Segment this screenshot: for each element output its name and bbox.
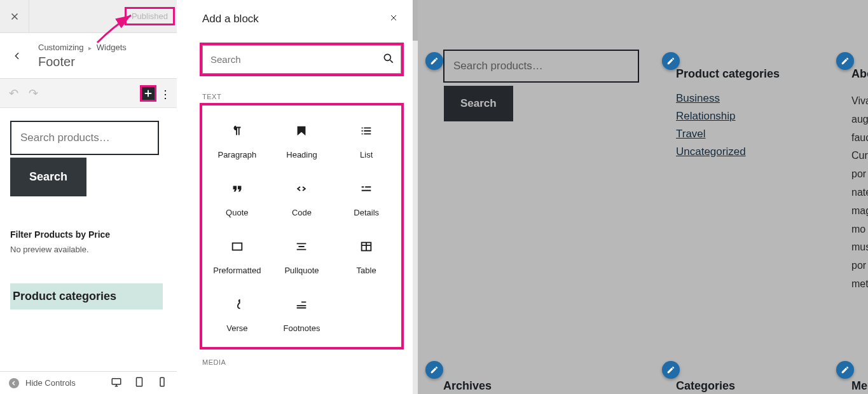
edit-widget-bubble[interactable]	[425, 361, 443, 379]
svg-rect-4	[232, 243, 242, 250]
svg-point-3	[384, 54, 390, 60]
block-panel-title: Add a block	[202, 13, 259, 25]
block-label: Details	[354, 208, 379, 217]
edit-widget-bubble[interactable]	[662, 52, 680, 70]
block-footnotes[interactable]: Footnotes	[270, 284, 334, 342]
preview-meta-title: Me	[851, 379, 867, 393]
category-link[interactable]: Business	[676, 92, 780, 105]
edit-widget-bubble[interactable]	[836, 361, 854, 379]
svg-rect-1	[137, 377, 142, 386]
about-text-line: por	[851, 257, 868, 275]
breadcrumb: Customizing ▸ Widgets Footer	[0, 33, 177, 79]
paragraph-icon	[230, 123, 245, 139]
breadcrumb-level-2: Widgets	[97, 43, 127, 52]
about-text-line: Cur	[851, 147, 868, 165]
preview-categories-row2-title: Categories	[676, 379, 735, 393]
product-categories-widget[interactable]: Product categories	[10, 283, 163, 309]
block-heading[interactable]: Heading	[270, 111, 334, 168]
preview-search-input[interactable]	[443, 50, 639, 83]
about-text-line: nate	[851, 184, 868, 202]
preview-archives-title: Archives	[443, 379, 492, 393]
products-search-button[interactable]: Search	[10, 158, 86, 196]
list-icon	[359, 123, 374, 139]
products-search-input[interactable]	[10, 121, 159, 155]
search-widget[interactable]: Search	[10, 121, 167, 196]
preview-about-title: Abo	[851, 67, 868, 81]
block-label: Heading	[286, 150, 317, 160]
block-label: Verse	[226, 323, 247, 333]
block-quote[interactable]: Quote	[205, 168, 270, 226]
more-options-button[interactable]: ⋯	[159, 89, 173, 98]
preview-categories-title: Product categories	[676, 67, 780, 81]
desktop-preview-button[interactable]	[111, 376, 122, 390]
tablet-preview-button[interactable]	[134, 376, 145, 390]
block-label: List	[360, 150, 373, 160]
block-label: Quote	[226, 208, 248, 217]
block-details[interactable]: Details	[334, 168, 399, 226]
filter-products-message: No preview available.	[10, 245, 167, 254]
heading-icon	[294, 123, 309, 139]
block-label: Footnotes	[284, 323, 320, 333]
publish-status-button[interactable]: Published	[125, 7, 175, 25]
close-panel-button[interactable]	[389, 13, 401, 25]
section-media-label: MEDIA	[202, 358, 413, 366]
block-inserter-panel: Add a block TEXT ParagraphHeadingListQuo…	[191, 3, 413, 391]
block-search-input[interactable]	[202, 45, 401, 74]
about-text-line: por	[851, 165, 868, 184]
section-title: Footer	[38, 55, 127, 69]
quote-icon	[230, 181, 245, 196]
footnotes-icon	[294, 297, 309, 312]
add-block-button[interactable]	[140, 85, 156, 102]
about-text-line: mag	[851, 202, 868, 221]
about-text-line: fauc	[851, 129, 868, 147]
edit-widget-bubble[interactable]	[662, 361, 680, 379]
about-text-line: mo	[851, 221, 868, 239]
undo-button[interactable]: ↶	[9, 86, 18, 100]
about-text-line: Viva	[851, 92, 868, 111]
block-label: Table	[357, 266, 376, 275]
filter-products-title: Filter Products by Price	[10, 229, 167, 240]
verse-icon	[230, 297, 245, 312]
table-icon	[359, 239, 374, 254]
block-verse[interactable]: Verse	[205, 284, 270, 342]
chevron-left-icon	[9, 378, 19, 388]
about-text-line: mus	[851, 238, 868, 257]
block-label: Pullquote	[284, 266, 319, 275]
about-text-line: met	[851, 275, 868, 294]
about-text-line: aug	[851, 111, 868, 129]
pullquote-icon	[294, 239, 309, 254]
details-icon	[359, 181, 374, 196]
code-icon	[294, 181, 309, 196]
preformatted-icon	[230, 239, 245, 254]
category-link[interactable]: Relationship	[676, 110, 780, 123]
block-preformatted[interactable]: Preformatted	[205, 226, 270, 284]
mobile-preview-button[interactable]	[156, 376, 168, 390]
category-link[interactable]: Uncategorized	[676, 146, 780, 158]
breadcrumb-level-1: Customizing	[38, 43, 84, 52]
block-table[interactable]: Table	[334, 226, 399, 284]
customizer-close-button[interactable]	[0, 0, 29, 33]
block-label: Code	[292, 208, 312, 217]
edit-widget-bubble[interactable]	[836, 52, 854, 70]
block-paragraph[interactable]: Paragraph	[205, 111, 270, 168]
block-code[interactable]: Code	[270, 168, 334, 226]
hide-controls-button[interactable]: Hide Controls	[9, 378, 76, 388]
redo-button[interactable]: ↷	[29, 86, 38, 100]
svg-rect-0	[112, 378, 121, 384]
block-list[interactable]: List	[334, 111, 399, 168]
preview-search-button[interactable]: Search	[444, 86, 513, 121]
edit-widget-bubble[interactable]	[425, 52, 443, 70]
block-label: Preformatted	[213, 266, 261, 275]
block-label: Paragraph	[217, 150, 256, 160]
category-link[interactable]: Travel	[676, 128, 780, 140]
back-button[interactable]	[5, 33, 29, 79]
search-icon[interactable]	[382, 52, 395, 67]
product-categories-title: Product categories	[13, 290, 160, 303]
block-pullquote[interactable]: Pullquote	[270, 226, 334, 284]
section-text-label: TEXT	[202, 93, 413, 100]
site-preview: Search Product categories BusinessRelati…	[418, 0, 868, 394]
preview-scrollbar[interactable]	[413, 0, 418, 394]
svg-rect-2	[160, 377, 164, 386]
